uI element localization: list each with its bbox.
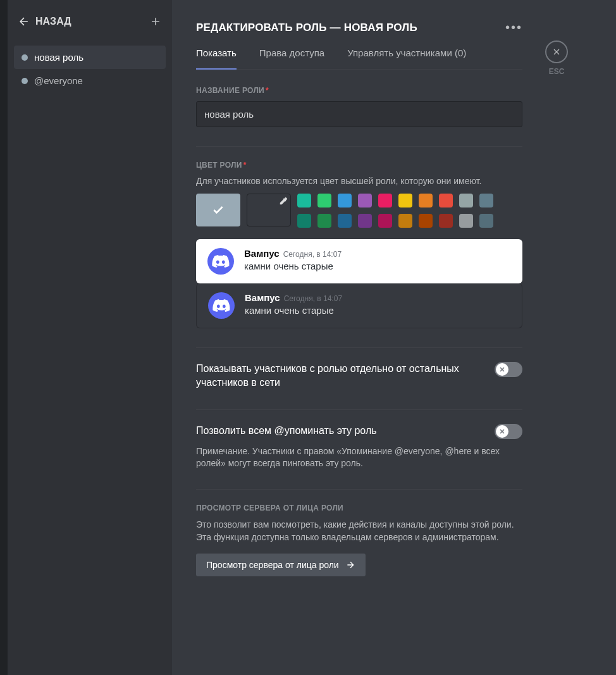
color-swatch[interactable] bbox=[398, 194, 412, 207]
color-swatch[interactable] bbox=[459, 194, 473, 207]
close-button[interactable] bbox=[545, 40, 568, 63]
role-color-label: ЦВЕТ РОЛИ* bbox=[196, 161, 522, 170]
add-role-button[interactable] bbox=[149, 15, 162, 28]
color-swatch[interactable] bbox=[439, 214, 453, 228]
tab-display[interactable]: Показать bbox=[196, 47, 237, 70]
preview-timestamp: Сегодня, в 14:07 bbox=[283, 250, 342, 259]
color-swatch[interactable] bbox=[317, 194, 331, 207]
page-title: РЕДАКТИРОВАТЬ РОЛЬ — НОВАЯ РОЛЬ bbox=[196, 22, 417, 34]
hoist-title: Показывать участников с ролью отдельно о… bbox=[196, 362, 482, 390]
preview-light: ВампусСегодня, в 14:07 камни очень стары… bbox=[196, 239, 522, 283]
color-swatch[interactable] bbox=[398, 214, 412, 228]
role-list: новая роль @everyone bbox=[14, 46, 166, 92]
color-swatch[interactable] bbox=[297, 194, 311, 207]
color-swatch[interactable] bbox=[297, 214, 311, 228]
tab-permissions[interactable]: Права доступа bbox=[259, 47, 324, 69]
required-star: * bbox=[243, 161, 247, 170]
color-swatch[interactable] bbox=[439, 194, 453, 207]
main-content: ESC РЕДАКТИРОВАТЬ РОЛЬ — НОВАЯ РОЛЬ ••• … bbox=[172, 0, 616, 583]
mentionable-setting: Позволить всем @упоминать эту роль bbox=[196, 424, 522, 439]
divider bbox=[196, 146, 522, 147]
toggle-knob bbox=[496, 363, 508, 376]
guild-rail bbox=[0, 0, 8, 675]
tabs: Показать Права доступа Управлять участни… bbox=[196, 47, 522, 70]
color-swatch[interactable] bbox=[358, 214, 372, 228]
role-name-input[interactable] bbox=[196, 101, 522, 127]
eyedropper-icon bbox=[279, 197, 288, 206]
color-preview: ВампусСегодня, в 14:07 камни очень стары… bbox=[196, 239, 522, 328]
color-grid bbox=[297, 194, 493, 228]
hoist-toggle[interactable] bbox=[495, 362, 522, 377]
view-as-role-label: Просмотр сервера от лица роли bbox=[206, 560, 339, 570]
sidebar-header: НАЗАД bbox=[14, 15, 166, 37]
preview-timestamp: Сегодня, в 14:07 bbox=[284, 294, 342, 303]
preview-msg: ВампусСегодня, в 14:07 камни очень стары… bbox=[244, 248, 342, 271]
role-list-item[interactable]: новая роль bbox=[14, 46, 166, 69]
default-color-swatch[interactable] bbox=[196, 194, 240, 226]
mentionable-toggle[interactable] bbox=[495, 424, 522, 439]
role-list-label: @everyone bbox=[34, 75, 83, 86]
custom-color-swatch[interactable] bbox=[247, 194, 291, 226]
avatar bbox=[208, 292, 235, 319]
divider bbox=[196, 347, 522, 348]
view-as-desc: Это позволит вам посмотреть, какие дейст… bbox=[196, 519, 522, 543]
main-header: РЕДАКТИРОВАТЬ РОЛЬ — НОВАЯ РОЛЬ ••• bbox=[196, 20, 522, 35]
preview-text: камни очень старые bbox=[244, 261, 342, 271]
role-color-helper: Для участников используется цвет высшей … bbox=[196, 176, 522, 186]
view-as-heading: ПРОСМОТР СЕРВЕРА ОТ ЛИЦА РОЛИ bbox=[196, 504, 522, 512]
color-swatch[interactable] bbox=[479, 214, 493, 228]
color-swatch[interactable] bbox=[419, 194, 433, 207]
view-as-role-button[interactable]: Просмотр сервера от лица роли bbox=[196, 554, 366, 576]
role-list-label: новая роль bbox=[34, 52, 83, 63]
color-swatch[interactable] bbox=[317, 214, 331, 228]
required-star: * bbox=[266, 86, 269, 95]
preview-dark: ВампусСегодня, в 14:07 камни очень стары… bbox=[196, 283, 522, 328]
color-swatch[interactable] bbox=[419, 214, 433, 228]
avatar bbox=[207, 248, 234, 275]
color-swatch[interactable] bbox=[378, 214, 392, 228]
color-swatch[interactable] bbox=[459, 214, 473, 228]
color-swatch[interactable] bbox=[479, 194, 493, 207]
color-swatch[interactable] bbox=[358, 194, 372, 207]
close-column: ESC bbox=[545, 40, 568, 76]
role-name-label: НАЗВАНИЕ РОЛИ* bbox=[196, 86, 522, 95]
role-color-dot bbox=[22, 78, 28, 84]
color-swatch[interactable] bbox=[338, 214, 352, 228]
more-options-button[interactable]: ••• bbox=[505, 20, 522, 35]
x-icon bbox=[498, 428, 506, 435]
tab-members[interactable]: Управлять участниками (0) bbox=[347, 47, 466, 69]
clyde-icon bbox=[212, 252, 230, 270]
role-list-item[interactable]: @everyone bbox=[14, 69, 166, 92]
clyde-icon bbox=[213, 297, 230, 314]
divider bbox=[196, 409, 522, 410]
divider bbox=[196, 489, 522, 490]
preview-msg: ВампусСегодня, в 14:07 камни очень стары… bbox=[245, 292, 342, 316]
roles-sidebar: НАЗАД новая роль @everyone bbox=[8, 0, 172, 675]
hoist-setting: Показывать участников с ролью отдельно о… bbox=[196, 362, 522, 390]
mentionable-note: Примечание. Участники с правом «Упоминан… bbox=[196, 445, 522, 470]
color-swatch[interactable] bbox=[378, 194, 392, 207]
preview-text: камни очень старые bbox=[245, 305, 342, 316]
arrow-left-icon bbox=[18, 15, 30, 28]
toggle-knob bbox=[496, 425, 508, 438]
x-icon bbox=[498, 366, 506, 373]
back-label: НАЗАД bbox=[35, 16, 71, 27]
check-icon bbox=[212, 204, 225, 216]
esc-label: ESC bbox=[549, 67, 565, 76]
arrow-right-icon bbox=[345, 560, 355, 570]
color-swatch[interactable] bbox=[338, 194, 352, 207]
close-icon bbox=[551, 47, 562, 57]
color-picker bbox=[196, 194, 522, 228]
preview-username: Вампус bbox=[244, 248, 280, 259]
mentionable-title: Позволить всем @упоминать эту роль bbox=[196, 424, 377, 438]
role-color-dot bbox=[22, 54, 28, 61]
back-button[interactable]: НАЗАД bbox=[18, 15, 71, 28]
preview-username: Вампус bbox=[245, 292, 280, 303]
